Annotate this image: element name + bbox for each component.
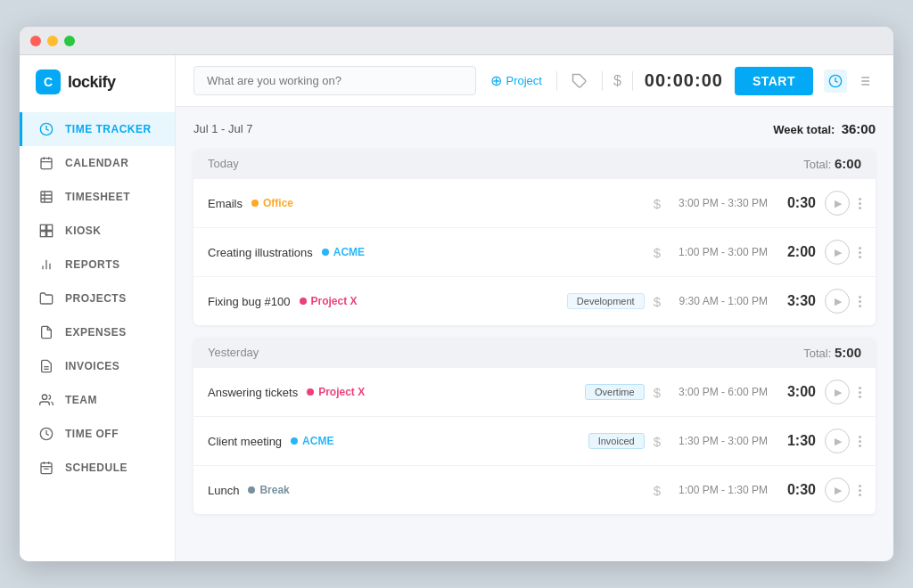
entry-duration: 0:30 [777, 482, 816, 498]
entry-more-button[interactable] [859, 436, 861, 447]
sidebar-item-label: CALENDAR [65, 157, 128, 169]
app-window: C lockify TIME TRACKER CALENDAR TIMESHEE… [20, 27, 893, 561]
entry-project[interactable]: Project X [300, 295, 358, 307]
list-view-button[interactable] [852, 69, 876, 93]
play-icon: ▶ [835, 247, 842, 258]
entry-play-button[interactable]: ▶ [825, 478, 850, 502]
billing-icon[interactable]: $ [613, 73, 621, 89]
main-content: ⊕ Project $ 00:00:00 START [176, 55, 893, 561]
entry-project[interactable]: Office [251, 197, 293, 209]
entry-project[interactable]: Project X [307, 386, 365, 398]
sidebar-item-label: KIOSK [65, 225, 102, 237]
day-label: Today [208, 157, 239, 170]
entry-billing-icon[interactable]: $ [654, 196, 661, 211]
play-icon: ▶ [835, 485, 842, 496]
entry-more-button[interactable] [859, 387, 861, 398]
entry-play-button[interactable]: ▶ [825, 380, 850, 404]
sidebar-item-expenses[interactable]: EXPENSES [20, 315, 175, 349]
more-dot-1 [859, 387, 861, 389]
entry-billing-icon[interactable]: $ [654, 434, 661, 449]
project-name: Break [259, 484, 289, 496]
day-group-1: Yesterday Total: 5:00 Answering tickets … [193, 338, 876, 514]
close-dot[interactable] [30, 36, 41, 46]
week-range-row: Jul 1 - Jul 7 Week total: 36:00 [193, 121, 876, 136]
project-name: ACME [302, 435, 333, 447]
day-header: Today Total: 6:00 [193, 149, 876, 178]
project-dot [307, 388, 314, 396]
entry-more-button[interactable] [859, 247, 861, 258]
time-tracker-icon [38, 121, 54, 137]
logo-text: lockify [68, 73, 116, 92]
entry-tag: Overtime [585, 384, 645, 400]
topbar: ⊕ Project $ 00:00:00 START [176, 55, 893, 107]
entry-duration: 3:30 [777, 293, 816, 309]
project-dot [322, 249, 329, 256]
time-entry: Lunch Break $ 1:00 PM - 1:30 PM 0:30 ▶ [193, 465, 876, 514]
more-dot-1 [859, 436, 861, 438]
search-input[interactable] [193, 66, 476, 95]
entry-time-range: 1:00 PM - 3:00 PM [670, 246, 768, 258]
start-button[interactable]: START [735, 67, 813, 95]
time-entry: Answering tickets Project X Overtime $ 3… [193, 367, 876, 416]
sidebar-item-team[interactable]: TEAM [20, 383, 175, 417]
entry-play-button[interactable]: ▶ [825, 429, 850, 453]
play-icon: ▶ [835, 387, 842, 398]
svg-point-18 [42, 395, 46, 399]
sidebar-item-label: TEAM [65, 394, 97, 406]
entry-billing-icon[interactable]: $ [654, 245, 661, 260]
sidebar-item-label: TIME OFF [65, 428, 119, 440]
sidebar-item-reports[interactable]: REPORTS [20, 248, 175, 282]
invoices-icon [38, 358, 54, 374]
entry-duration: 0:30 [777, 195, 816, 211]
tag-button[interactable] [568, 73, 591, 89]
entry-billing-icon[interactable]: $ [654, 483, 661, 498]
divider-1 [556, 71, 557, 91]
entry-play-button[interactable]: ▶ [825, 240, 850, 265]
entry-description: Fixing bug #100 [208, 295, 291, 308]
sidebar-item-time-off[interactable]: TIME OFF [20, 417, 175, 451]
entry-description: Emails [208, 197, 243, 210]
entry-project[interactable]: ACME [291, 435, 333, 447]
entry-billing-icon[interactable]: $ [654, 294, 661, 309]
clock-view-button[interactable] [824, 69, 847, 93]
add-project-button[interactable]: ⊕ Project [487, 72, 546, 89]
entry-time-range: 1:30 PM - 3:00 PM [670, 435, 768, 447]
entry-more-button[interactable] [859, 198, 861, 209]
entry-more-button[interactable] [859, 485, 861, 496]
project-name: Project X [318, 386, 365, 398]
day-header: Yesterday Total: 5:00 [193, 338, 876, 367]
svg-rect-11 [40, 232, 45, 237]
project-dot [300, 298, 307, 305]
sidebar-item-time-tracker[interactable]: TIME TRACKER [20, 112, 175, 146]
entry-billing-icon[interactable]: $ [654, 385, 661, 400]
maximize-dot[interactable] [64, 36, 75, 46]
week-range: Jul 1 - Jul 7 [193, 122, 252, 135]
nav-list: TIME TRACKER CALENDAR TIMESHEET KIOSK RE… [20, 112, 175, 485]
more-dot-3 [859, 396, 861, 398]
time-entry: Emails Office $ 3:00 PM - 3:30 PM 0:30 ▶ [193, 178, 876, 227]
sidebar-item-calendar[interactable]: CALENDAR [20, 146, 175, 180]
entry-play-button[interactable]: ▶ [825, 191, 850, 216]
svg-rect-5 [41, 192, 52, 202]
tag-icon [572, 73, 588, 89]
day-total: Total: 6:00 [803, 156, 861, 171]
sidebar-item-projects[interactable]: PROJECTS [20, 282, 175, 315]
reports-icon [38, 257, 54, 273]
entry-play-button[interactable]: ▶ [825, 289, 850, 314]
sidebar-item-label: REPORTS [65, 258, 120, 271]
entry-more-button[interactable] [859, 296, 861, 307]
timer-display: 00:00:00 [644, 70, 724, 91]
minimize-dot[interactable] [47, 36, 58, 46]
sidebar-item-invoices[interactable]: INVOICES [20, 349, 175, 383]
sidebar-item-kiosk[interactable]: KIOSK [20, 214, 175, 248]
titlebar [20, 27, 893, 55]
more-dot-3 [859, 445, 861, 447]
sidebar-item-schedule[interactable]: SCHEDULE [20, 451, 175, 485]
project-name: ACME [333, 246, 365, 258]
sidebar-item-label: INVOICES [65, 360, 119, 372]
entry-project[interactable]: ACME [322, 246, 365, 258]
more-dot-2 [859, 202, 861, 205]
sidebar-item-timesheet[interactable]: TIMESHEET [20, 180, 175, 214]
entry-project[interactable]: Break [248, 484, 289, 496]
sidebar: C lockify TIME TRACKER CALENDAR TIMESHEE… [20, 55, 176, 561]
